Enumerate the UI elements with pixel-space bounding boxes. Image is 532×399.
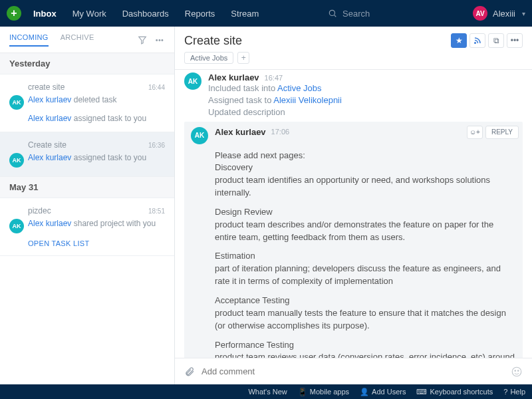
search-placeholder: Search [342,9,370,19]
tab-archive[interactable]: ARCHIVE [61,33,94,47]
nav-stream[interactable]: Stream [231,9,259,19]
activity-link[interactable]: Active Jobs [277,83,321,93]
task-panel: Create site ★ ⧉ ••• Active Jobs + AK Ale… [175,27,532,384]
svg-marker-2 [139,37,146,44]
link-button[interactable]: ⧉ [488,33,504,48]
inbox-item-title: create site [28,82,65,92]
nav-items: Inbox My Work Dashboards Reports Stream [33,9,259,19]
entry-author[interactable]: Alex kurlaev [215,127,266,137]
section-header: May 31 [0,177,174,198]
tab-incoming[interactable]: INCOMING [9,33,49,47]
inbox-user-link[interactable]: Alex kurlaev [28,153,71,162]
comment-line: part of iteration planning; developers d… [215,263,515,288]
attach-icon[interactable] [184,366,195,377]
comment-line: Performance Testing [215,339,515,352]
svg-point-6 [518,370,519,371]
inbox-item-title: pizdec [28,206,51,215]
topbar: + Inbox My Work Dashboards Reports Strea… [0,0,532,27]
add-button[interactable]: + [7,6,21,21]
svg-line-1 [334,15,336,17]
nav-dashboards[interactable]: Dashboards [122,9,169,19]
rss-button[interactable] [469,33,485,48]
comment-line: Estimation [215,250,515,263]
bottombar: What's New 📱Mobile apps 👤Add Users ⌨Keyb… [0,384,532,399]
entry-time: 17:06 [271,128,290,136]
svg-point-5 [515,370,516,371]
inbox-tabs: INCOMING ARCHIVE ••• [0,27,174,53]
avatar: AK [191,127,208,144]
user-menu[interactable]: AV Alexiii ▾ [473,6,525,21]
nav-reports[interactable]: Reports [185,9,215,19]
avatar: AK [9,95,24,110]
chevron-down-icon: ▾ [522,10,525,17]
svg-point-0 [329,10,334,15]
keyboard-icon: ⌨ [416,388,427,396]
inbox-action: shared project with you [74,219,156,228]
comment-input[interactable] [201,366,504,376]
main: INCOMING ARCHIVE ••• Yesterday create si… [0,27,532,384]
task-title[interactable]: Create site [184,34,451,48]
bb-shortcuts[interactable]: ⌨Keyboard shortcuts [416,388,493,396]
tag-active-jobs[interactable]: Active Jobs [184,52,233,64]
inbox-item-time: 18:51 [148,207,165,215]
phone-icon: 📱 [298,388,307,396]
add-tag-button[interactable]: + [237,52,249,64]
bb-whatsnew[interactable]: What's New [248,388,287,396]
nav-mywork[interactable]: My Work [72,9,106,19]
activity-entry: AK Alex kurlaev16:47 Included task into … [184,72,523,119]
inbox-item[interactable]: pizdec 18:51 AK Alex kurlaev shared proj… [0,198,174,256]
comment-body: Please add next pages: Discovery product… [184,144,523,358]
search-icon [328,9,337,18]
react-button[interactable]: ☺+ [467,126,483,139]
more-icon[interactable]: ••• [154,35,165,45]
comment-line: Acceptance Testing [215,295,515,307]
nav-inbox[interactable]: Inbox [33,9,57,19]
entry-author[interactable]: Alex kurlaev [208,72,259,82]
user-avatar: AV [473,6,487,21]
help-icon: ? [503,388,507,396]
inbox-action: assigned task to you [74,153,146,162]
more-button[interactable]: ••• [507,33,523,48]
avatar: AK [9,219,24,233]
inbox-user-link[interactable]: Alex kurlaev [28,95,71,104]
inbox-item[interactable]: create site 16:44 AK Alex kurlaev delete… [0,74,174,132]
reply-button[interactable]: REPLY [485,126,519,139]
comment-line: product team describes and/or demonstrat… [215,219,515,244]
filter-icon[interactable] [137,35,148,45]
inbox-item-time: 16:36 [148,142,165,149]
task-header: Create site ★ ⧉ ••• Active Jobs + [175,27,532,70]
comment-input-row [175,358,532,384]
svg-point-4 [512,367,521,376]
activity-text: Included task into [208,83,277,93]
comment-line: product team identifies an opportunity o… [215,174,515,200]
section-header: Yesterday [0,53,174,74]
open-task-list-link[interactable]: OPEN TASK LIST [0,235,174,249]
inbox-panel: INCOMING ARCHIVE ••• Yesterday create si… [0,27,175,384]
comment-line: Design Review [215,206,515,219]
task-body: AK Alex kurlaev16:47 Included task into … [175,70,532,358]
inbox-item[interactable]: Create site 16:36 AK Alex kurlaev assign… [0,132,174,177]
comment-line: Discovery [215,162,515,174]
activity-text: Assigned task to [208,95,273,105]
add-user-icon: 👤 [360,388,369,396]
avatar: AK [9,153,24,168]
avatar: AK [184,72,201,90]
inbox-user-link[interactable]: Alex kurlaev [28,219,71,228]
bb-help[interactable]: ?Help [503,388,525,396]
star-button[interactable]: ★ [451,33,467,48]
activity-link[interactable]: Alexiii Velikolepnii [273,95,342,105]
comment-line: product team reviews user data (conversi… [215,351,515,358]
bb-addusers[interactable]: 👤Add Users [360,388,406,396]
entry-time: 16:47 [265,74,283,82]
inbox-item-title: Create site [28,140,66,150]
svg-point-3 [475,43,476,44]
emoji-icon[interactable] [511,366,523,378]
inbox-action: deleted task [74,95,117,104]
inbox-user-link[interactable]: Alex kurlaev [28,114,71,123]
inbox-action: assigned task to you [74,114,146,123]
bb-mobile[interactable]: 📱Mobile apps [298,388,349,396]
activity-text: Updated description [208,107,285,117]
search-field[interactable]: Search [328,9,461,19]
comment-entry: ☺+ REPLY AK Alex kurlaev17:06 Please add… [184,122,523,358]
comment-line: Please add next pages: [215,150,515,162]
